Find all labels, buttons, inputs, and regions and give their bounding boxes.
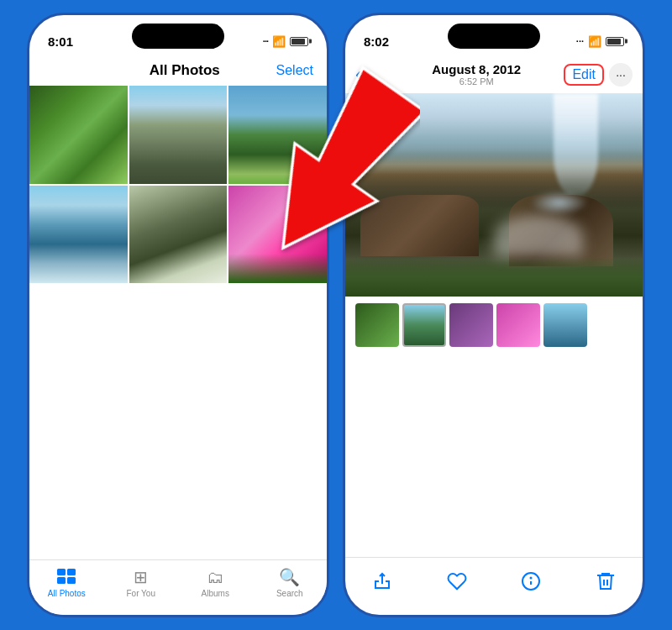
photo-cell-5[interactable] bbox=[129, 186, 228, 284]
albums-icon: 🗂 bbox=[205, 567, 225, 587]
edit-button[interactable]: Edit bbox=[564, 64, 604, 86]
tab-label-search: Search bbox=[276, 589, 303, 598]
favorite-button[interactable] bbox=[440, 564, 474, 598]
tab-for-you[interactable]: ⊞ For You bbox=[104, 567, 179, 598]
photo-cell-6[interactable] bbox=[228, 186, 327, 284]
dynamic-island bbox=[132, 24, 224, 49]
nav-bar-left: All Photos Select bbox=[29, 59, 327, 86]
tab-all-photos[interactable]: All Photos bbox=[29, 567, 104, 598]
thumbnail-5[interactable] bbox=[543, 303, 587, 347]
svg-rect-2 bbox=[57, 577, 66, 584]
status-icons-left: ··· 📶 bbox=[263, 35, 308, 48]
time-right: 8:02 bbox=[364, 34, 389, 49]
thumbnail-2[interactable] bbox=[402, 303, 446, 347]
wifi-icon: 📶 bbox=[272, 35, 286, 48]
status-icons-right: ··· 📶 bbox=[576, 35, 624, 48]
thumbnail-1[interactable] bbox=[355, 303, 399, 347]
wifi-icon-right: 📶 bbox=[588, 35, 601, 48]
tab-label-albums: Albums bbox=[202, 589, 229, 598]
main-photo[interactable] bbox=[345, 93, 643, 297]
thumbnail-strip bbox=[345, 297, 643, 354]
left-phone: 8:01 ··· 📶 All Photos Select bbox=[27, 13, 329, 617]
dynamic-island-right bbox=[448, 24, 540, 49]
battery-icon bbox=[290, 37, 308, 46]
photo-cell-1[interactable] bbox=[29, 86, 128, 184]
search-icon: 🔍 bbox=[280, 567, 300, 587]
page-title-left: All Photos bbox=[93, 62, 276, 79]
photo-cell-4[interactable] bbox=[29, 186, 128, 284]
signal-icon: ··· bbox=[263, 36, 268, 46]
share-button[interactable] bbox=[365, 564, 399, 598]
tab-bar-left: All Photos ⊞ For You 🗂 Albums 🔍 Search bbox=[29, 559, 327, 615]
right-phone: 8:02 ··· 📶 ‹ August 8, 2012 6:52 PM Edit… bbox=[343, 13, 645, 617]
back-button[interactable]: ‹ bbox=[355, 64, 389, 86]
signal-dots-icon: ··· bbox=[576, 36, 584, 46]
detail-date: August 8, 2012 bbox=[389, 62, 564, 76]
photo-grid bbox=[29, 86, 327, 283]
thumbnail-3[interactable] bbox=[449, 303, 493, 347]
delete-button[interactable] bbox=[589, 564, 622, 598]
tab-label-for-you: For You bbox=[127, 589, 155, 598]
thumbnail-4[interactable] bbox=[496, 303, 540, 347]
battery-icon-right bbox=[606, 37, 624, 46]
for-you-icon: ⊞ bbox=[131, 567, 151, 587]
tab-label-all-photos: All Photos bbox=[48, 589, 86, 598]
tab-search[interactable]: 🔍 Search bbox=[253, 567, 328, 598]
svg-rect-3 bbox=[67, 577, 76, 584]
more-icon: ··· bbox=[616, 69, 626, 81]
detail-time: 6:52 PM bbox=[389, 76, 564, 87]
svg-rect-0 bbox=[57, 569, 66, 575]
all-photos-icon bbox=[56, 567, 76, 587]
select-button[interactable]: Select bbox=[276, 63, 313, 78]
detail-nav-bar: ‹ August 8, 2012 6:52 PM Edit ··· bbox=[345, 59, 643, 93]
photo-cell-3[interactable] bbox=[228, 86, 327, 184]
time-left: 8:01 bbox=[48, 34, 73, 49]
info-button[interactable] bbox=[514, 564, 548, 598]
svg-rect-1 bbox=[67, 569, 76, 575]
more-button[interactable]: ··· bbox=[609, 63, 633, 87]
action-bar bbox=[345, 557, 643, 615]
tab-albums[interactable]: 🗂 Albums bbox=[178, 567, 253, 598]
photo-cell-2[interactable] bbox=[129, 86, 228, 184]
